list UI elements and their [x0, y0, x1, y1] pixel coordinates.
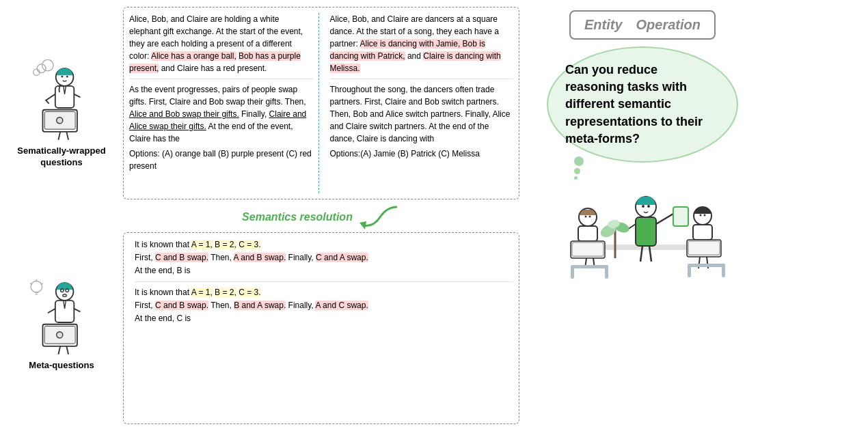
svg-rect-41 [636, 217, 656, 246]
question-box-2: Alice, Bob, and Claire are dancers at a … [325, 13, 514, 193]
thought-dot-1 [574, 156, 584, 166]
svg-point-46 [700, 214, 702, 216]
meta-box-1: It is known that A = 1, B = 2, C = 3. Fi… [129, 238, 513, 419]
svg-rect-33 [578, 226, 597, 241]
meta-questions-label: Meta-questions [29, 360, 94, 372]
meta1-p1: It is known that A = 1, B = 2, C = 3. [135, 238, 513, 251]
entity-operation-box: Entity Operation [569, 10, 716, 40]
svg-point-47 [704, 214, 706, 216]
svg-point-32 [589, 215, 591, 217]
meta-questions-section: Meta-questions [24, 274, 99, 372]
meta2-swap1: C and B swap. [155, 301, 208, 310]
semantics-resolution-row: Semantics resolution [123, 204, 519, 231]
svg-point-21 [63, 294, 67, 297]
svg-marker-28 [360, 221, 366, 230]
meta1-swap2: A and B swap. [234, 253, 286, 262]
svg-line-10 [58, 132, 60, 140]
group-figure [540, 176, 745, 292]
right-column: Entity Operation Can you reduce reasonin… [526, 7, 759, 424]
meta1-hl-a: A = 1, [191, 240, 213, 249]
svg-rect-22 [55, 301, 74, 322]
svg-point-12 [31, 281, 42, 293]
meta2-swap3: A and C swap. [315, 301, 368, 310]
svg-point-4 [62, 76, 64, 78]
svg-point-31 [585, 215, 587, 217]
semantically-wrapped-label: Sematically-wrapped questions [7, 145, 116, 169]
arrow-icon [360, 204, 401, 231]
meta2-swap2: B and A swap. [234, 301, 286, 310]
meta1-p3: At the end, B is [135, 264, 513, 277]
entity-label: Entity [584, 17, 623, 33]
svg-point-5 [66, 76, 68, 78]
q1-paragraph-2: As the event progresses, pairs of people… [129, 83, 313, 145]
svg-rect-42 [673, 207, 688, 226]
meta1-p2: First, C and B swap. Then, A and B swap.… [135, 251, 513, 264]
person-thinking-figure [24, 59, 99, 141]
meta2-hl-a: A = 1, [191, 288, 213, 297]
bottom-meta-container: It is known that A = 1, B = 2, C = 3. Fi… [123, 232, 519, 425]
q1-highlight-alice: Alice has a orange ball, [151, 51, 236, 61]
q2-paragraph-1: Alice, Bob, and Claire are dancers at a … [330, 13, 514, 74]
meta2-p1: It is known that A = 1, B = 2, C = 3. [135, 286, 513, 299]
svg-point-25 [57, 332, 63, 338]
q2-paragraph-2: Throughout the song, the dancers often t… [330, 83, 514, 145]
thought-bubble: Can you reduce reasoning tasks with diff… [547, 46, 738, 163]
svg-rect-60 [605, 265, 608, 279]
svg-line-27 [66, 346, 68, 354]
svg-rect-57 [573, 265, 608, 268]
meta1-swap3: C and A swap. [316, 253, 368, 262]
meta1-hl-c: C = 3. [239, 240, 260, 249]
q1-paragraph-1: Alice, Bob, and Claire are holding a whi… [129, 13, 313, 74]
left-column: Sematically-wrapped questions [7, 7, 116, 424]
meta1-hl-b: B = 2, [215, 240, 236, 249]
thought-dots [574, 156, 584, 180]
thought-dot-3 [574, 176, 578, 180]
meta2-p2: First, C and B swap. Then, B and A swap.… [135, 299, 513, 312]
svg-rect-35 [572, 242, 603, 256]
meta2-hl-b: B = 2, [215, 288, 236, 297]
svg-rect-62 [722, 264, 725, 277]
thought-bubble-container: Can you reduce reasoning tasks with diff… [547, 46, 738, 163]
q1-options: Options: (A) orange ball (B) purple pres… [129, 148, 313, 172]
meta2-p3: At the end, C is [135, 312, 513, 325]
meta2-hl-c: C = 3. [239, 288, 260, 297]
svg-rect-59 [571, 265, 574, 279]
middle-column: Alice, Bob, and Claire are holding a whi… [123, 7, 519, 424]
q1-underline-1: Alice and Bob swap their gifts. [129, 109, 239, 119]
semantics-resolution-label: Semantics resolution [242, 211, 353, 223]
person-lightbulb-figure [24, 274, 99, 356]
svg-point-2 [42, 59, 53, 71]
top-questions-container: Alice, Bob, and Claire are holding a whi… [123, 7, 519, 199]
svg-line-11 [66, 132, 68, 140]
q2-options: Options:(A) Jamie (B) Patrick (C) Meliss… [330, 148, 514, 160]
svg-point-40 [647, 205, 650, 208]
svg-rect-48 [693, 225, 712, 240]
svg-rect-6 [55, 86, 74, 108]
svg-point-9 [57, 117, 63, 124]
question-box-1: Alice, Bob, and Claire are holding a whi… [129, 13, 319, 193]
thought-dot-2 [574, 168, 580, 174]
svg-line-26 [58, 346, 60, 354]
svg-rect-50 [688, 241, 720, 255]
meta1-swap1: C and B swap. [155, 253, 208, 262]
semantically-wrapped-section: Sematically-wrapped questions [7, 59, 116, 169]
operation-label: Operation [636, 17, 701, 33]
svg-point-1 [37, 64, 46, 73]
svg-point-39 [642, 205, 645, 208]
svg-rect-61 [688, 264, 691, 277]
thought-bubble-text: Can you reduce reasoning tasks with diff… [565, 61, 720, 148]
svg-rect-58 [689, 264, 724, 267]
